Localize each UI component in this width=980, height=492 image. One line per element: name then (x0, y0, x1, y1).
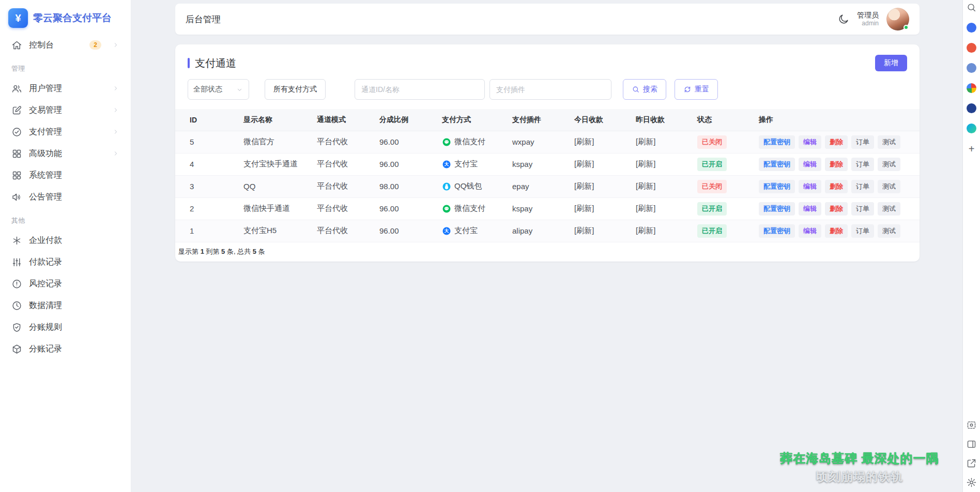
cell-mode: 平台代收 (302, 197, 365, 220)
cell-plugin: kspay (498, 197, 560, 220)
action-order-button[interactable]: 订单 (851, 180, 874, 193)
sidebar-item-risk-records[interactable]: 风控记录 (6, 273, 125, 295)
plugin-search-input[interactable] (489, 79, 611, 100)
sidebar-item-label: 交易管理 (29, 105, 105, 116)
extension-icon-orange[interactable] (966, 42, 977, 53)
action-key-button[interactable]: 配置密钥 (759, 224, 795, 238)
action-edit-button[interactable]: 编辑 (799, 135, 821, 149)
cell-id: 1 (175, 220, 229, 242)
today-refresh-link[interactable]: [刷新] (574, 204, 594, 212)
action-test-button[interactable]: 测试 (878, 224, 900, 238)
today-refresh-link[interactable]: [刷新] (574, 226, 594, 235)
extension-icon-teal[interactable] (966, 123, 977, 134)
action-test-button[interactable]: 测试 (878, 202, 900, 216)
avatar[interactable] (886, 8, 909, 30)
extension-icon-blue[interactable] (966, 22, 977, 33)
search-icon[interactable] (966, 2, 977, 13)
action-edit-button[interactable]: 编辑 (799, 202, 821, 216)
sidebar-section-label: 其他 (6, 208, 125, 229)
today-refresh-link[interactable]: [刷新] (574, 181, 594, 190)
status-badge[interactable]: 已关闭 (697, 180, 727, 193)
refresh-icon (683, 85, 692, 94)
add-button[interactable]: 新增 (875, 55, 907, 71)
sidebar-item-payment-management[interactable]: 支付管理 (6, 121, 125, 143)
sidebar-item-label: 高级功能 (29, 148, 105, 159)
sidebar-item-split-rules[interactable]: 分账规则 (6, 316, 125, 338)
sidebar-item-label: 系统管理 (29, 170, 119, 181)
yesterday-refresh-link[interactable]: [刷新] (636, 181, 655, 190)
screenshot-icon[interactable] (966, 420, 977, 431)
user-info[interactable]: 管理员 admin (857, 10, 879, 28)
column-header: 今日收款 (560, 109, 621, 131)
action-key-button[interactable]: 配置密钥 (759, 180, 795, 193)
cell-method: 微信支付 (442, 137, 498, 147)
table-row: 4支付宝快手通道平台代收96.00支付宝kspay[刷新][刷新]已开启配置密钥… (175, 153, 920, 175)
yesterday-refresh-link[interactable]: [刷新] (636, 137, 655, 146)
extension-icon-pinwheel[interactable] (966, 83, 977, 94)
action-edit-button[interactable]: 编辑 (799, 158, 821, 171)
column-header: ID (175, 109, 229, 131)
status-select[interactable]: 全部状态 (188, 79, 249, 100)
sidebar-item-payment-records[interactable]: 付款记录 (6, 251, 125, 273)
cell-id: 2 (175, 197, 229, 220)
payment-method-filter-button[interactable]: 所有支付方式 (265, 79, 326, 100)
extension-icon-profile[interactable] (966, 63, 977, 73)
sidebar-item-split-records[interactable]: 分账记录 (6, 338, 125, 360)
action-order-button[interactable]: 订单 (851, 135, 874, 149)
reset-button[interactable]: 重置 (675, 79, 718, 100)
channel-search-input[interactable] (355, 79, 485, 100)
sidebar-section-label: 管理 (6, 56, 125, 78)
status-badge[interactable]: 已关闭 (697, 135, 727, 149)
action-order-button[interactable]: 订单 (851, 202, 874, 216)
sidebar-item-label: 企业付款 (29, 235, 119, 246)
dark-mode-toggle-icon[interactable] (838, 13, 849, 25)
extension-icon-navy[interactable] (966, 103, 977, 114)
action-key-button[interactable]: 配置密钥 (759, 202, 795, 216)
action-delete-button[interactable]: 删除 (825, 224, 848, 238)
action-key-button[interactable]: 配置密钥 (759, 158, 795, 171)
action-order-button[interactable]: 订单 (851, 158, 874, 171)
external-link-icon[interactable] (966, 458, 977, 469)
status-badge[interactable]: 已开启 (697, 202, 727, 216)
action-delete-button[interactable]: 删除 (825, 180, 848, 193)
action-key-button[interactable]: 配置密钥 (759, 135, 795, 149)
status-badge[interactable]: 已开启 (697, 158, 727, 171)
yesterday-refresh-link[interactable]: [刷新] (636, 159, 655, 168)
sidebar-item-system-management[interactable]: 系统管理 (6, 164, 125, 186)
sidebar: ¥ 零云聚合支付平台 控制台2管理用户管理交易管理支付管理高级功能系统管理公告管… (0, 0, 131, 492)
sidebar-item-label: 数据清理 (29, 300, 119, 311)
action-delete-button[interactable]: 删除 (825, 202, 848, 216)
action-delete-button[interactable]: 删除 (825, 135, 848, 149)
video-subtitle-overlay: 葬在海岛墓碑 最深处的一隅 顷刻崩塌的铁轨 (730, 449, 980, 485)
chevron-right-icon (112, 41, 119, 49)
status-badge[interactable]: 已开启 (697, 224, 727, 238)
yesterday-refresh-link[interactable]: [刷新] (636, 226, 655, 235)
side-panel-icon[interactable] (966, 439, 977, 450)
sidebar-item-enterprise-payment[interactable]: 企业付款 (6, 229, 125, 251)
sidebar-item-user-management[interactable]: 用户管理 (6, 78, 125, 99)
sidebar-item-data-cleanup[interactable]: 数据清理 (6, 295, 125, 316)
settings-gear-icon[interactable] (966, 477, 977, 488)
action-delete-button[interactable]: 删除 (825, 158, 848, 171)
chevron-down-icon (236, 86, 243, 94)
box-icon (11, 344, 22, 355)
today-refresh-link[interactable]: [刷新] (574, 137, 594, 146)
brand: ¥ 零云聚合支付平台 (0, 0, 131, 33)
search-button[interactable]: 搜索 (623, 79, 666, 100)
add-extension-icon[interactable]: + (966, 143, 977, 154)
sidebar-item-label: 付款记录 (29, 257, 119, 268)
sidebar-item-console[interactable]: 控制台2 (6, 34, 125, 56)
action-test-button[interactable]: 测试 (878, 135, 900, 149)
today-refresh-link[interactable]: [刷新] (574, 159, 594, 168)
yesterday-refresh-link[interactable]: [刷新] (636, 204, 655, 212)
action-edit-button[interactable]: 编辑 (799, 224, 821, 238)
sidebar-item-announcement-management[interactable]: 公告管理 (6, 186, 125, 208)
action-test-button[interactable]: 测试 (878, 158, 900, 171)
action-edit-button[interactable]: 编辑 (799, 180, 821, 193)
sidebar-item-label: 分账规则 (29, 322, 119, 333)
sidebar-item-advanced-features[interactable]: 高级功能 (6, 143, 125, 164)
action-test-button[interactable]: 测试 (878, 180, 900, 193)
action-order-button[interactable]: 订单 (851, 224, 874, 238)
sidebar-item-trade-management[interactable]: 交易管理 (6, 99, 125, 121)
sidebar-item-label: 公告管理 (29, 192, 119, 203)
